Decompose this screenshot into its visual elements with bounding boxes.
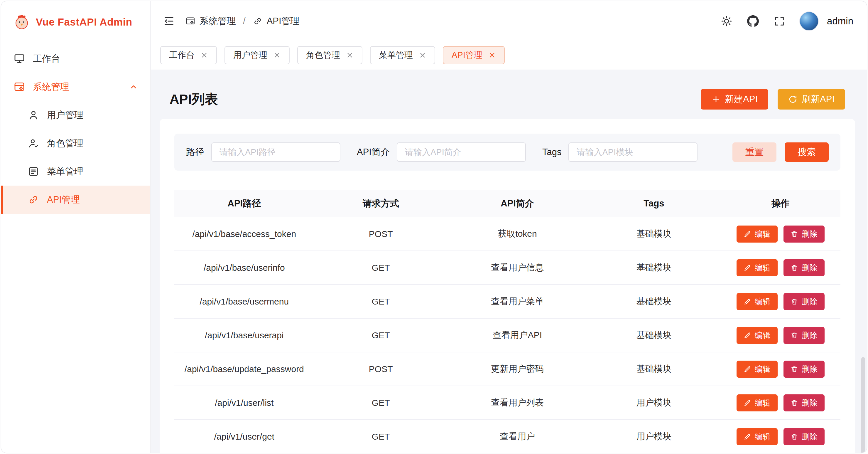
path-label: 路径 — [186, 146, 204, 158]
filter-summary-group: API简介 — [357, 142, 526, 162]
delete-trash-icon — [790, 230, 798, 238]
edit-button[interactable]: 编辑 — [737, 226, 778, 243]
breadcrumb: 系统管理 / API管理 — [185, 15, 300, 27]
tab-close-icon[interactable] — [273, 51, 281, 59]
tab-close-icon[interactable] — [346, 51, 353, 59]
delete-button[interactable]: 删除 — [783, 327, 825, 344]
page-actions: 新建API 刷新API — [701, 89, 845, 110]
reset-button[interactable]: 重置 — [733, 142, 776, 162]
delete-button[interactable]: 删除 — [783, 428, 825, 445]
sidebar-item-users[interactable]: 用户管理 — [1, 101, 150, 129]
sidebar-item-workbench[interactable]: 工作台 — [1, 45, 150, 73]
edit-pencil-icon — [744, 230, 751, 238]
edit-button[interactable]: 编辑 — [737, 259, 778, 276]
content-area: API列表 新建API 刷新API 路径 — [151, 70, 867, 453]
tab-close-icon[interactable] — [488, 51, 496, 59]
breadcrumb-item-api[interactable]: API管理 — [253, 15, 300, 27]
tab-label: 用户管理 — [233, 49, 267, 61]
path-input[interactable] — [211, 142, 340, 162]
cell-method: GET — [314, 420, 447, 453]
edit-button[interactable]: 编辑 — [737, 293, 778, 310]
main-area: 系统管理 / API管理 — [151, 1, 867, 453]
search-button[interactable]: 搜索 — [785, 142, 829, 162]
refresh-api-button[interactable]: 刷新API — [778, 89, 845, 110]
app-logo[interactable]: Vue FastAPI Admin — [1, 1, 150, 43]
sidebar: Vue FastAPI Admin 工作台 系统管理 — [1, 1, 151, 453]
sidebar-item-roles[interactable]: 角色管理 — [1, 129, 150, 158]
cell-method: POST — [314, 352, 447, 386]
tab-workbench[interactable]: 工作台 — [160, 46, 217, 64]
edit-button[interactable]: 编辑 — [737, 394, 778, 412]
delete-button[interactable]: 删除 — [783, 394, 825, 412]
summary-input[interactable] — [397, 142, 526, 162]
refresh-icon — [788, 94, 798, 104]
delete-trash-icon — [790, 399, 798, 407]
plus-icon — [711, 94, 721, 104]
delete-trash-icon — [790, 433, 798, 441]
vertical-scrollbar-thumb[interactable] — [861, 357, 865, 453]
cell-method: GET — [314, 285, 447, 318]
delete-button[interactable]: 删除 — [783, 259, 825, 276]
sidebar-item-api[interactable]: API管理 — [1, 186, 150, 214]
fullscreen-button[interactable] — [773, 15, 786, 28]
cell-api-path: /api/v1/base/usermenu — [174, 285, 314, 318]
cell-tags: 用户模块 — [587, 420, 720, 453]
sidebar-item-menus[interactable]: 菜单管理 — [1, 158, 150, 186]
table-row: /api/v1/base/access_token POST 获取token 基… — [174, 217, 840, 251]
filter-path-group: 路径 — [186, 142, 340, 162]
edit-button[interactable]: 编辑 — [737, 327, 778, 344]
sidebar-item-system[interactable]: 系统管理 — [1, 73, 150, 101]
cell-method: GET — [314, 318, 447, 352]
page-title: API列表 — [169, 90, 218, 108]
table-row: /api/v1/base/update_password POST 更新用户密码… — [174, 352, 840, 386]
tags-input[interactable] — [568, 142, 698, 162]
system-settings-icon — [13, 81, 25, 93]
delete-button[interactable]: 删除 — [783, 293, 825, 310]
topbar: 系统管理 / API管理 — [151, 1, 867, 41]
cell-summary: 查看用户信息 — [447, 251, 587, 285]
cell-api-path: /api/v1/user/get — [174, 420, 314, 453]
filter-bar: 路径 API简介 Tags 重置 搜索 — [174, 134, 840, 171]
tab-close-icon[interactable] — [419, 51, 426, 59]
tab-menus[interactable]: 菜单管理 — [370, 46, 435, 64]
sidebar-collapse-button[interactable] — [162, 15, 176, 28]
user-icon — [28, 109, 39, 121]
breadcrumb-separator: / — [243, 16, 246, 26]
api-link-icon — [28, 194, 39, 205]
tab-close-icon[interactable] — [200, 51, 208, 59]
edit-button[interactable]: 编辑 — [737, 361, 778, 378]
header-tags: Tags — [587, 190, 720, 217]
create-api-button[interactable]: 新建API — [701, 89, 768, 110]
edit-pencil-icon — [744, 298, 751, 305]
tab-roles[interactable]: 角色管理 — [297, 46, 363, 64]
cell-summary: 查看用户菜单 — [447, 285, 587, 318]
user-avatar[interactable] — [799, 11, 819, 31]
api-table: API路径 请求方式 API简介 Tags 操作 /api/v1/base/ac… — [174, 190, 840, 453]
tab-users[interactable]: 用户管理 — [224, 46, 290, 64]
cell-tags: 用户模块 — [587, 386, 720, 420]
edit-button[interactable]: 编辑 — [737, 428, 778, 445]
sun-icon — [721, 15, 733, 27]
breadcrumb-item-system[interactable]: 系统管理 — [185, 15, 236, 27]
github-button[interactable] — [746, 15, 760, 28]
table-row: /api/v1/user/get GET 查看用户 用户模块 编辑 删除 — [174, 420, 840, 453]
tab-label: API管理 — [452, 49, 483, 61]
role-icon — [28, 137, 39, 149]
sidebar-item-label: 用户管理 — [47, 109, 83, 121]
cell-summary: 获取token — [447, 217, 587, 251]
tabs-bar: 工作台 用户管理 角色管理 菜单管理 API管理 — [151, 41, 867, 70]
api-card: 路径 API简介 Tags 重置 搜索 — [160, 119, 855, 453]
delete-button[interactable]: 删除 — [783, 226, 825, 243]
delete-trash-icon — [790, 365, 798, 373]
delete-button[interactable]: 删除 — [783, 361, 825, 378]
tab-api[interactable]: API管理 — [443, 46, 505, 64]
theme-toggle-button[interactable] — [720, 15, 733, 28]
header-method: 请求方式 — [314, 190, 447, 217]
filter-tags-group: Tags — [542, 142, 698, 162]
cell-api-path: /api/v1/user/list — [174, 386, 314, 420]
table-row: /api/v1/base/userinfo GET 查看用户信息 基础模块 编辑… — [174, 251, 840, 285]
username: admin — [827, 16, 853, 27]
table-header-row: API路径 请求方式 API简介 Tags 操作 — [174, 190, 840, 217]
cell-api-path: /api/v1/base/access_token — [174, 217, 314, 251]
github-icon — [747, 15, 759, 27]
